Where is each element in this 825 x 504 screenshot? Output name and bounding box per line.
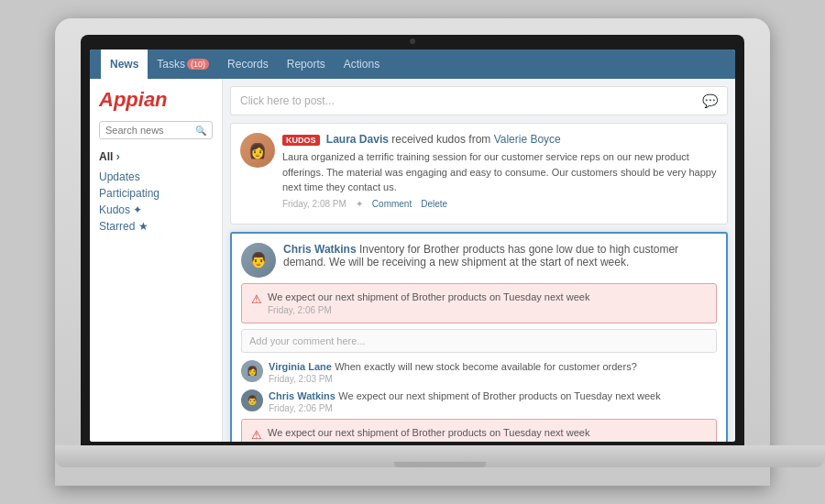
- nav-item-news[interactable]: News: [101, 49, 148, 79]
- alert-content: We expect our next shipment of Brother p…: [268, 291, 589, 315]
- avatar-face-male: 👨: [249, 251, 268, 268]
- laptop-base: [55, 445, 825, 467]
- comment-link[interactable]: Comment: [372, 199, 412, 209]
- sidebar: Appian 🔍 All › Updates P: [90, 79, 223, 442]
- sidebar-link-kudos[interactable]: Kudos ✦: [99, 202, 213, 218]
- reply-avatar-chris: 👨: [241, 389, 263, 411]
- reply-text-virginia: Virginia Lane When exactly will new stoc…: [269, 360, 717, 384]
- sidebar-link-starred[interactable]: Starred ★: [99, 218, 213, 235]
- laptop-screen: News Tasks (10) Records Reports Actions: [90, 49, 735, 442]
- alert-icon-2: ⚠: [251, 428, 262, 442]
- avatar-laura: 👩: [240, 133, 275, 168]
- reply-body-chris: We expect our next shipment of Brother p…: [338, 390, 660, 401]
- sidebar-link-participating[interactable]: Participating: [99, 185, 213, 202]
- nav-item-records[interactable]: Records: [218, 49, 278, 79]
- feed-meta-kudos: Friday, 2:08 PM ✦ Comment Delete: [282, 199, 718, 209]
- search-box[interactable]: 🔍: [99, 121, 213, 139]
- feed-header: 👩 KUDOS Laura Davis received kudos from …: [240, 133, 718, 209]
- app-container: News Tasks (10) Records Reports Actions: [90, 49, 735, 442]
- feed-item-kudos: 👩 KUDOS Laura Davis received kudos from …: [230, 123, 728, 225]
- feed-linked-valerie: Valerie Boyce: [494, 133, 561, 146]
- feed-header-inventory: 👨 Chris Watkins Inventory for Brother pr…: [241, 243, 717, 278]
- feed-title-line: KUDOS Laura Davis received kudos from Va…: [282, 133, 718, 146]
- feed-separator: ✦: [356, 199, 363, 209]
- alert-text-primary: We expect our next shipment of Brother p…: [268, 291, 589, 302]
- nav-item-tasks[interactable]: Tasks (10): [148, 49, 218, 79]
- sidebar-all-link[interactable]: All ›: [99, 150, 213, 163]
- comment-input-inventory[interactable]: Add your comment here...: [241, 329, 717, 353]
- feed-action: received kudos from: [391, 133, 493, 146]
- kudos-badge: KUDOS: [282, 135, 320, 146]
- reply-author-chris: Chris Watkins: [269, 390, 336, 401]
- feed-title-inventory: Chris Watkins Inventory for Brother prod…: [283, 243, 717, 268]
- nav-item-actions[interactable]: Actions: [335, 49, 389, 79]
- alert-icon: ⚠: [251, 292, 262, 306]
- tasks-badge: (10): [187, 59, 209, 70]
- reply-body-virginia: When exactly will new stock become avail…: [335, 361, 637, 372]
- delete-link[interactable]: Delete: [421, 199, 447, 209]
- nav-item-reports[interactable]: Reports: [278, 49, 335, 79]
- alert-time-secondary: Friday, 2:06 PM: [268, 441, 589, 443]
- feed-author-chris: Chris Watkins: [283, 243, 357, 256]
- content-area: Click here to post... 💬 👩: [223, 79, 735, 442]
- webcam: [410, 38, 415, 44]
- reply-chris: 👨 Chris Watkins We expect our next shipm…: [241, 389, 717, 413]
- screen-bezel: News Tasks (10) Records Reports Actions: [81, 35, 744, 445]
- appian-logo: Appian: [99, 88, 213, 112]
- feed-author-laura: Laura Davis: [326, 133, 389, 146]
- search-icon: 🔍: [195, 126, 206, 136]
- laptop-shell: News Tasks (10) Records Reports Actions: [55, 18, 770, 486]
- feed-text-inventory: Chris Watkins Inventory for Brother prod…: [283, 243, 717, 268]
- post-box[interactable]: Click here to post... 💬: [230, 86, 728, 115]
- alert-box-secondary: ⚠ We expect our next shipment of Brother…: [241, 419, 717, 443]
- avatar-chris: 👨: [241, 243, 276, 278]
- alert-content-2: We expect our next shipment of Brother p…: [268, 427, 589, 443]
- feed-item-inventory: 👨 Chris Watkins Inventory for Brother pr…: [230, 232, 728, 443]
- sidebar-link-updates[interactable]: Updates: [99, 169, 213, 185]
- post-icon: 💬: [702, 93, 718, 108]
- top-nav: News Tasks (10) Records Reports Actions: [90, 49, 735, 79]
- reply-face-chris: 👨: [247, 395, 258, 405]
- reply-avatar-virginia: 👩: [241, 360, 263, 382]
- search-input[interactable]: [105, 125, 195, 136]
- feed-text-kudos: KUDOS Laura Davis received kudos from Va…: [282, 133, 718, 209]
- avatar-face-female: 👩: [248, 142, 267, 159]
- reply-time-chris: Friday, 2:06 PM: [269, 403, 717, 413]
- replies-section: 👩 Virginia Lane When exactly will new st…: [241, 360, 717, 443]
- alert-text-secondary: We expect our next shipment of Brother p…: [268, 427, 589, 438]
- feed-time-kudos: Friday, 2:08 PM: [282, 199, 346, 209]
- alert-box-primary: ⚠ We expect our next shipment of Brother…: [241, 283, 717, 323]
- post-placeholder: Click here to post...: [240, 94, 335, 107]
- feed-body-kudos: Laura organized a terrific training sess…: [282, 149, 718, 195]
- main-layout: Appian 🔍 All › Updates P: [90, 79, 735, 442]
- alert-time-primary: Friday, 2:06 PM: [268, 305, 589, 315]
- reply-text-chris: Chris Watkins We expect our next shipmen…: [269, 389, 717, 413]
- reply-author-virginia: Virginia Lane: [269, 361, 332, 372]
- reply-time-virginia: Friday, 2:03 PM: [269, 374, 717, 384]
- reply-face-virginia: 👩: [247, 366, 258, 376]
- reply-virginia: 👩 Virginia Lane When exactly will new st…: [241, 360, 717, 384]
